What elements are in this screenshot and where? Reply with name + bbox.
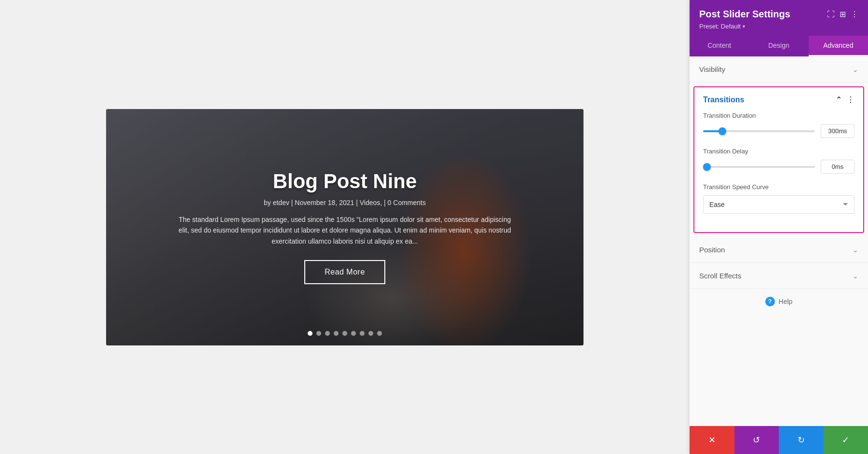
layout-icon[interactable]: ⊞ xyxy=(840,10,846,19)
dot-6[interactable] xyxy=(351,331,356,336)
save-button[interactable]: ✓ xyxy=(824,426,868,454)
visibility-section[interactable]: Visibility ⌄ xyxy=(690,56,868,83)
dot-9[interactable] xyxy=(377,331,382,336)
position-chevron-icon: ⌄ xyxy=(853,246,858,254)
panel-header: Post Slider Settings ⛶ ⊞ ⋮ Preset: Defau… xyxy=(690,0,868,36)
delay-label: Transition Delay xyxy=(703,148,854,155)
transition-delay-group: Transition Delay 0ms xyxy=(703,148,854,174)
dot-3[interactable] xyxy=(325,331,330,336)
panel-title: Post Slider Settings xyxy=(699,9,790,20)
dot-1[interactable] xyxy=(308,331,312,336)
visibility-title: Visibility xyxy=(699,65,725,73)
fullscreen-icon[interactable]: ⛶ xyxy=(827,10,835,19)
help-icon: ? xyxy=(765,297,775,306)
delay-value-input[interactable]: 0ms xyxy=(821,160,854,174)
position-title: Position xyxy=(699,246,725,254)
panel-tabs: Content Design Advanced xyxy=(690,36,868,56)
visibility-chevron-icon: ⌄ xyxy=(853,66,858,73)
dot-7[interactable] xyxy=(360,331,365,336)
duration-value-input[interactable]: 300ms xyxy=(821,124,854,138)
transitions-header-icons: ⌃ ⋮ xyxy=(836,95,854,104)
tab-design[interactable]: Design xyxy=(749,36,808,56)
redo-button[interactable]: ↻ xyxy=(779,426,824,454)
speed-curve-select[interactable]: Ease Linear Ease In Ease Out Ease In Out xyxy=(703,195,854,214)
transitions-header: Transitions ⌃ ⋮ xyxy=(694,87,863,112)
panel-body: Visibility ⌄ Transitions ⌃ ⋮ Transition … xyxy=(690,56,868,426)
transitions-more-icon[interactable]: ⋮ xyxy=(847,95,854,104)
duration-slider-row: 300ms xyxy=(703,124,854,138)
delay-slider[interactable] xyxy=(703,166,815,168)
help-row[interactable]: ? Help xyxy=(690,289,868,314)
position-section[interactable]: Position ⌄ xyxy=(690,237,868,263)
preset-arrow-icon: ▾ xyxy=(743,24,745,29)
help-label: Help xyxy=(779,298,793,305)
read-more-button[interactable]: Read More xyxy=(304,260,385,284)
delay-slider-row: 0ms xyxy=(703,160,854,174)
duration-label: Transition Duration xyxy=(703,112,854,119)
slide-title: Blog Post Nine xyxy=(273,170,417,193)
scroll-effects-title: Scroll Effects xyxy=(699,272,741,280)
main-canvas: Blog Post Nine by etdev | November 18, 2… xyxy=(0,0,690,454)
scroll-effects-chevron-icon: ⌄ xyxy=(853,272,858,280)
slider-widget: Blog Post Nine by etdev | November 18, 2… xyxy=(106,109,583,345)
dot-8[interactable] xyxy=(368,331,373,336)
transitions-collapse-icon[interactable]: ⌃ xyxy=(836,95,842,104)
panel-preset[interactable]: Preset: Default ▾ xyxy=(699,23,858,30)
tab-content[interactable]: Content xyxy=(690,36,749,56)
dot-4[interactable] xyxy=(334,331,339,336)
slide-excerpt: The standard Lorem Ipsum passage, used s… xyxy=(176,214,514,247)
undo-button[interactable]: ↺ xyxy=(734,426,779,454)
speed-curve-label: Transition Speed Curve xyxy=(703,183,854,191)
slider-overlay: Blog Post Nine by etdev | November 18, 2… xyxy=(106,109,583,345)
panel-title-icons: ⛶ ⊞ ⋮ xyxy=(827,10,858,19)
panel-title-row: Post Slider Settings ⛶ ⊞ ⋮ xyxy=(699,9,858,20)
duration-slider[interactable] xyxy=(703,130,815,132)
transitions-body: Transition Duration 300ms Transition Del… xyxy=(694,112,863,232)
more-options-icon[interactable]: ⋮ xyxy=(851,10,858,19)
transitions-title: Transitions xyxy=(703,96,744,104)
speed-curve-group: Transition Speed Curve Ease Linear Ease … xyxy=(703,183,854,214)
dot-5[interactable] xyxy=(342,331,347,336)
transitions-section: Transitions ⌃ ⋮ Transition Duration 300m… xyxy=(693,86,864,233)
scroll-effects-section[interactable]: Scroll Effects ⌄ xyxy=(690,263,868,289)
cancel-button[interactable]: ✕ xyxy=(690,426,734,454)
transition-duration-group: Transition Duration 300ms xyxy=(703,112,854,138)
dot-2[interactable] xyxy=(316,331,321,336)
slide-meta: by etdev | November 18, 2021 | Videos, |… xyxy=(264,199,426,206)
panel-footer: ✕ ↺ ↻ ✓ xyxy=(690,426,868,454)
tab-advanced[interactable]: Advanced xyxy=(809,36,868,56)
settings-panel: Post Slider Settings ⛶ ⊞ ⋮ Preset: Defau… xyxy=(690,0,868,454)
slider-dots xyxy=(308,331,382,336)
